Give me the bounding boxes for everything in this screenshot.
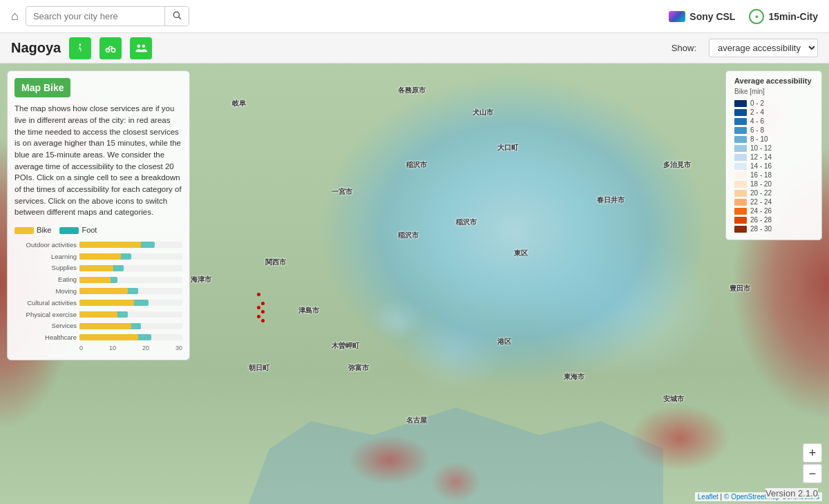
bar-row: Eating — [15, 275, 182, 284]
legend-entry-label: 26 - 28 — [750, 216, 772, 224]
legend-entry-label: 10 - 12 — [750, 144, 772, 152]
legend-entry-label: 24 - 26 — [750, 207, 772, 215]
info-panel-text: The map shows how close services are if … — [15, 103, 182, 218]
poi-dot — [257, 293, 260, 296]
legend-entry-label: 22 - 24 — [750, 198, 772, 206]
zoom-in-button[interactable]: + — [803, 443, 822, 463]
legend-swatch — [734, 226, 747, 233]
poi-dot — [257, 306, 260, 309]
legend-swatch — [734, 190, 747, 197]
legend-swatch — [734, 118, 747, 125]
legend-entry-label: 18 - 20 — [750, 180, 772, 188]
svg-point-0 — [173, 12, 179, 17]
legend-swatch — [734, 199, 747, 206]
legend-entry-label: 16 - 18 — [750, 171, 772, 179]
search-box — [26, 6, 189, 26]
legend-panel: Average accessibility Bike [min] 0 - 2 2… — [725, 70, 822, 240]
show-select[interactable]: average accessibility walking accessibil… — [709, 39, 818, 57]
legend-entry: 18 - 20 — [734, 180, 813, 188]
bar-row: Outdoor activities — [15, 240, 182, 250]
bar-row: Learning — [15, 252, 182, 262]
search-button[interactable] — [164, 7, 189, 26]
legend-entries: 0 - 2 2 - 4 4 - 6 6 - 8 8 - 10 10 - 12 1… — [734, 99, 813, 233]
legend-entry: 22 - 24 — [734, 198, 813, 206]
zoom-out-button[interactable]: − — [803, 464, 822, 483]
show-label: Show: — [671, 43, 696, 53]
legend-entry-label: 0 - 2 — [750, 99, 764, 107]
legend-swatch — [734, 172, 747, 179]
legend-title: Average accessibility — [734, 77, 813, 85]
city-name: Nagoya — [11, 40, 61, 56]
foot-color-swatch — [59, 227, 79, 234]
legend-entry: 6 - 8 — [734, 126, 813, 134]
legend-swatch — [734, 208, 747, 215]
legend-subtitle: Bike [min] — [734, 88, 813, 95]
info-panel-title: Map Bike — [15, 78, 70, 97]
home-icon[interactable]: ⌂ — [11, 9, 19, 23]
legend-foot: Foot — [59, 225, 97, 236]
chart-legend: Bike Foot — [15, 225, 182, 236]
subheader: Nagoya Show: average accessibility walki… — [0, 33, 829, 64]
legend-entry: 2 - 4 — [734, 108, 813, 116]
legend-entry-label: 2 - 4 — [750, 108, 764, 116]
legend-entry: 16 - 18 — [734, 171, 813, 179]
legend-swatch — [734, 163, 747, 170]
bar-row: Moving — [15, 287, 182, 296]
legend-entry-label: 6 - 8 — [750, 126, 764, 134]
legend-swatch — [734, 127, 747, 134]
legend-swatch — [734, 145, 747, 152]
legend-entry: 14 - 16 — [734, 162, 813, 170]
legend-entry-label: 20 - 22 — [750, 189, 772, 197]
legend-entry: 28 - 30 — [734, 225, 813, 233]
legend-swatch — [734, 136, 747, 143]
header-left: ⌂ — [11, 6, 189, 26]
bar-chart: Outdoor activities Learning Supplies — [15, 240, 182, 342]
info-panel: Map Bike The map shows how close service… — [7, 70, 190, 360]
svg-point-6 — [142, 44, 146, 48]
version-label: Version 2.1.0 — [765, 488, 818, 498]
legend-swatch — [734, 109, 747, 116]
legend-swatch — [734, 217, 747, 224]
poi-dot — [257, 315, 260, 318]
people-mode-button[interactable] — [130, 37, 152, 59]
legend-entry: 26 - 28 — [734, 216, 813, 224]
leaflet-link[interactable]: Leaflet — [698, 493, 718, 501]
bike-mode-button[interactable] — [99, 37, 122, 59]
chart-area: Bike Foot Outdoor activities Lear — [15, 225, 182, 353]
bar-row: Physical exercise — [15, 310, 182, 320]
legend-entry: 20 - 22 — [734, 189, 813, 197]
header-right: Sony CSL ● 15min-City — [669, 9, 818, 24]
map-controls: + − — [803, 443, 822, 483]
legend-entry: 0 - 2 — [734, 99, 813, 107]
legend-entry-label: 14 - 16 — [750, 162, 772, 170]
search-input[interactable] — [26, 8, 164, 25]
legend-swatch — [734, 181, 747, 188]
legend-entry: 10 - 12 — [734, 144, 813, 152]
legend-entry: 8 - 10 — [734, 135, 813, 143]
poi-dot — [261, 302, 265, 305]
svg-line-1 — [179, 17, 181, 19]
legend-entry-label: 4 - 6 — [750, 117, 764, 125]
bar-row: Supplies — [15, 263, 182, 273]
svg-point-2 — [79, 43, 82, 46]
map-container[interactable]: 多治見市 春日井市 津島市 海津市 東区 港区 東海市 豊田市 安城市 木曽岬町… — [0, 64, 829, 504]
sony-logo-icon — [669, 11, 685, 22]
bar-row: Cultural activities — [15, 298, 182, 308]
legend-entry-label: 12 - 14 — [750, 153, 772, 161]
app-header: ⌂ Sony CSL ● 15min-City — [0, 0, 829, 33]
legend-entry: 24 - 26 — [734, 207, 813, 215]
legend-entry: 4 - 6 — [734, 117, 813, 125]
bar-row: Services — [15, 321, 182, 331]
svg-point-3 — [106, 48, 110, 52]
brand-15min: ● 15min-City — [749, 9, 818, 24]
legend-swatch — [734, 100, 747, 107]
poi-dot — [261, 319, 265, 322]
brand-sony: Sony CSL — [669, 11, 735, 22]
bar-row: Healthcare — [15, 333, 182, 342]
chart-axis: 0 10 20 30 — [15, 344, 182, 353]
legend-entry-label: 8 - 10 — [750, 135, 768, 143]
walk-mode-button[interactable] — [69, 37, 91, 59]
legend-bike: Bike — [15, 225, 51, 236]
legend-swatch — [734, 154, 747, 161]
bike-color-swatch — [15, 227, 34, 234]
